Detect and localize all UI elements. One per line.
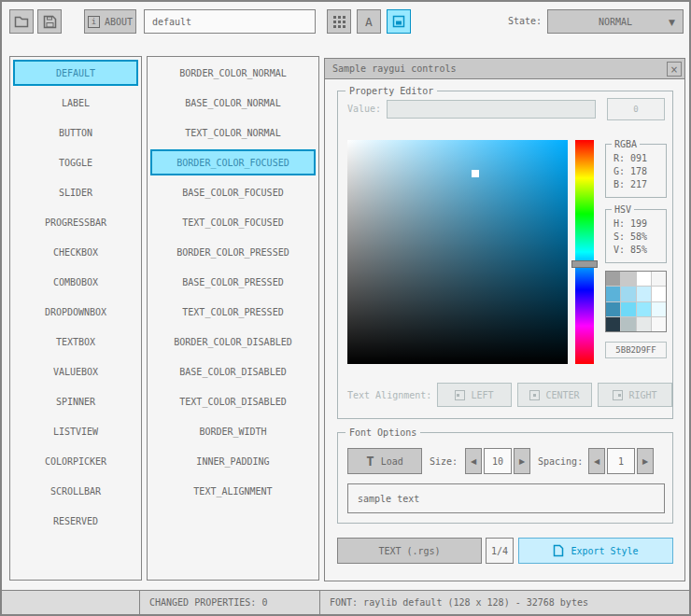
rgba-blue-value: B: 217 [613, 178, 666, 191]
font-spacing-decrease-button[interactable]: ◀ [588, 448, 605, 474]
palette-color-swatch[interactable] [652, 272, 666, 286]
state-label: State: [502, 16, 542, 26]
window-close-button[interactable]: × [667, 62, 682, 77]
palette-color-swatch[interactable] [606, 317, 620, 331]
font-options-group: Font Options T Load Size: ◀ 10 ▶ Spacing… [337, 432, 673, 524]
controls-list-item[interactable]: TOGGLE [13, 149, 138, 175]
properties-list-item[interactable]: INNER_PADDING [150, 448, 316, 474]
grid-view-button[interactable] [327, 9, 351, 34]
style-color-palette [605, 271, 667, 332]
font-size-value-text: 10 [492, 456, 503, 467]
hex-color-textbox[interactable]: 5BB2D9FF [605, 342, 667, 358]
open-style-button[interactable] [9, 9, 34, 34]
value-apply-button-label: 0 [633, 105, 638, 114]
align-right-label: RIGHT [628, 390, 656, 400]
properties-list-item[interactable]: BORDER_COLOR_DISABLED [150, 329, 316, 355]
hsv-group-label: HSV [612, 203, 634, 216]
font-size-value[interactable]: 10 [484, 448, 512, 474]
properties-list-item[interactable]: TEXT_COLOR_DISABLED [150, 388, 316, 414]
controls-list-item[interactable]: VALUEBOX [13, 358, 138, 385]
controls-list-item[interactable]: RESERVED [13, 508, 138, 534]
letter-a-icon: A [365, 15, 373, 29]
controls-list-item[interactable]: COMBOBOX [13, 269, 138, 295]
palette-color-swatch[interactable] [652, 302, 666, 316]
style-name-input[interactable] [144, 9, 316, 34]
controls-list-item[interactable]: SLIDER [13, 179, 138, 205]
controls-list-item[interactable]: PROGRESSBAR [13, 209, 138, 235]
palette-color-swatch[interactable] [606, 302, 620, 316]
sample-controls-window: Sample raygui controls × Property Editor… [324, 58, 685, 581]
export-style-button[interactable]: Export Style [518, 538, 673, 564]
properties-list-item[interactable]: TEXT_COLOR_NORMAL [150, 119, 316, 146]
status-changed-properties: CHANGED PROPERTIES: 0 [140, 591, 320, 614]
color-saturation-value-panel[interactable] [347, 140, 568, 364]
style-mode-button-active[interactable] [387, 9, 411, 34]
properties-list-item[interactable]: BASE_COLOR_NORMAL [150, 90, 316, 116]
property-editor-group-label: Property Editor [346, 85, 437, 97]
status-changed-properties-text: CHANGED PROPERTIES: 0 [149, 597, 267, 608]
about-button[interactable]: i ABOUT [84, 9, 136, 34]
rgba-readout-group: RGBA R: 091 G: 178 B: 217 [605, 144, 667, 198]
properties-list-item[interactable]: BORDER_COLOR_FOCUSED [150, 149, 316, 175]
controls-list-item[interactable]: LABEL [13, 90, 138, 116]
controls-list-item[interactable]: BUTTON [13, 119, 138, 146]
controls-list-item[interactable]: TEXTBOX [13, 329, 138, 355]
status-bar: CHANGED PROPERTIES: 0 FONT: raylib defau… [2, 590, 689, 614]
chevron-right-icon: ▶ [642, 457, 648, 466]
export-format-label: TEXT (.rgs) [378, 546, 440, 556]
properties-list-item[interactable]: TEXT_ALIGNMENT [150, 478, 316, 504]
font-spacing-increase-button[interactable]: ▶ [637, 448, 654, 474]
palette-color-swatch[interactable] [606, 272, 620, 286]
align-left-label: LEFT [471, 390, 493, 400]
save-style-button[interactable] [37, 9, 62, 34]
hsv-value-value: V: 85% [613, 244, 666, 257]
value-label: Value: [347, 104, 381, 114]
properties-list-item[interactable]: BORDER_COLOR_NORMAL [150, 60, 316, 86]
palette-color-swatch[interactable] [637, 317, 651, 331]
controls-list-item[interactable]: SPINNER [13, 388, 138, 414]
palette-color-swatch[interactable] [606, 287, 620, 301]
palette-color-swatch[interactable] [621, 302, 635, 316]
font-size-increase-button[interactable]: ▶ [514, 448, 530, 474]
chevron-left-icon: ◀ [594, 457, 599, 466]
controls-list-item[interactable]: DEFAULT [13, 60, 138, 86]
font-load-button[interactable]: T Load [347, 448, 422, 474]
font-size-decrease-button[interactable]: ◀ [465, 448, 482, 474]
font-size-label: Size: [430, 456, 458, 467]
controls-list-item[interactable]: LISTVIEW [13, 418, 138, 444]
properties-list-item[interactable]: BASE_COLOR_PRESSED [150, 269, 316, 295]
align-right-icon [613, 390, 623, 400]
properties-list-item[interactable]: BORDER_COLOR_PRESSED [150, 239, 316, 265]
color-picker-marker[interactable] [472, 170, 479, 177]
palette-color-swatch[interactable] [652, 317, 666, 331]
hsv-readout-group: HSV H: 199 S: 58% V: 85% [605, 209, 667, 263]
palette-color-swatch[interactable] [621, 317, 635, 331]
controls-list-item[interactable]: SCROLLBAR [13, 478, 138, 504]
hue-bar[interactable] [575, 140, 594, 364]
properties-list-item[interactable]: TEXT_COLOR_PRESSED [150, 299, 316, 325]
palette-color-swatch[interactable] [621, 272, 635, 286]
hue-slider-handle[interactable] [571, 260, 598, 268]
properties-list-item[interactable]: TEXT_COLOR_FOCUSED [150, 209, 316, 235]
palette-color-swatch[interactable] [637, 272, 651, 286]
controls-list-item[interactable]: COLORPICKER [13, 448, 138, 474]
palette-color-swatch[interactable] [652, 287, 666, 301]
palette-color-swatch[interactable] [637, 302, 651, 316]
font-mode-button[interactable]: A [357, 9, 381, 34]
align-center-label: CENTER [545, 390, 579, 400]
rgba-red-value: R: 091 [613, 152, 666, 165]
palette-color-swatch[interactable] [637, 287, 651, 301]
state-dropdown[interactable]: NORMAL ▼ [547, 9, 684, 34]
palette-color-swatch[interactable] [621, 287, 635, 301]
about-button-label: ABOUT [105, 17, 133, 27]
page-indicator-text: 1/4 [491, 546, 508, 556]
controls-list-item[interactable]: DROPDOWNBOX [13, 299, 138, 325]
controls-list-item[interactable]: CHECKBOX [13, 239, 138, 265]
align-center-button-disabled: CENTER [517, 383, 592, 407]
properties-list-item[interactable]: BASE_COLOR_FOCUSED [150, 179, 316, 205]
export-format-button[interactable]: TEXT (.rgs) [337, 538, 482, 564]
properties-list-item[interactable]: BORDER_WIDTH [150, 418, 316, 444]
font-spacing-value[interactable]: 1 [607, 448, 635, 474]
properties-list-item[interactable]: BASE_COLOR_DISABLED [150, 358, 316, 385]
font-sample-textbox[interactable]: sample text [347, 483, 665, 513]
